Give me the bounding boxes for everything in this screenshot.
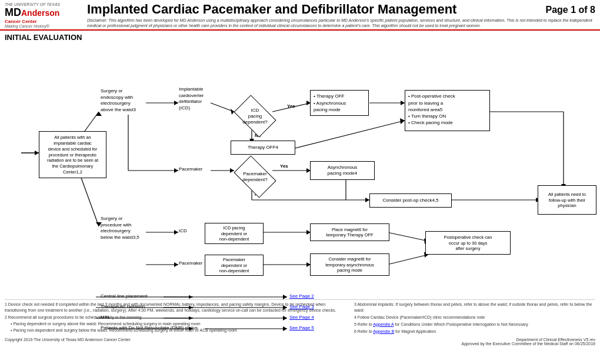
async-pacing-box: Asynchronous pacing mode4: [310, 161, 375, 180]
icd-pacing-dep-box: ICD pacing dependent or non-dependent: [205, 223, 264, 244]
page-number: Page 1 of 8: [546, 5, 595, 15]
svg-marker-57: [35, 151, 39, 155]
svg-marker-63: [189, 316, 193, 320]
consider-magnet-box: Consider magnet6 for temporary asynchron…: [310, 253, 389, 276]
content: INITIAL EVALUATION Yes No: [0, 31, 600, 336]
fn4: 4 Follow Cardiac Device (Pacemaker/ICD) …: [354, 315, 595, 320]
postop-30-box: Postoperative check can occur up to 30 d…: [425, 231, 511, 255]
bottom-rows-lines: [5, 291, 299, 338]
surgery-below-label: Surgery or procedure with electrosurgery…: [101, 216, 159, 241]
fn5: 5 Refer to Appendix A for Conditions Und…: [354, 322, 595, 328]
svg-marker-61: [189, 306, 193, 309]
svg-text:Yes: Yes: [287, 103, 295, 109]
svg-marker-17: [400, 118, 405, 124]
svg-text:Yes: Yes: [280, 163, 288, 169]
fn3: 3 Abdominal implants: If surgery between…: [354, 302, 595, 313]
post-op-box: • Post-operative check prior to leaving …: [405, 90, 490, 131]
logo-md-text: MD: [5, 6, 21, 19]
therapy-off4-box: Therapy OFF4: [231, 141, 295, 155]
svg-line-44: [387, 232, 428, 241]
icd-below-label: ICD: [179, 228, 202, 234]
surgery-above-label: Surgery or endoscopy with electrosurgery…: [101, 88, 159, 113]
fn6: 6 Refer to Appendix B for Magnet Applica…: [354, 329, 595, 335]
pacemaker-q-diamond: Pacemaker dependent?: [233, 161, 277, 193]
svg-marker-39: [174, 262, 178, 267]
copyright: Copyright 2019 The University of Texas M…: [5, 338, 131, 346]
svg-line-46: [387, 255, 428, 265]
flowchart: Yes No Yes No: [5, 44, 595, 297]
svg-marker-5: [174, 101, 178, 105]
header: THE UNIVERSITY OF TEXAS MDAnderson Cance…: [0, 0, 600, 31]
logo-md: MDAnderson: [5, 6, 81, 19]
svg-marker-28: [365, 198, 369, 202]
pacemaker-dep-box: Pacemaker dependent or non-dependent: [205, 255, 264, 276]
svg-marker-20: [174, 168, 178, 173]
main-title: Implanted Cardiac Pacemaker and Defibril…: [87, 2, 456, 16]
logo-anderson-text: Anderson: [21, 8, 59, 18]
svg-marker-37: [174, 230, 178, 235]
svg-marker-59: [189, 295, 193, 299]
all-patients-left-box: All patients with an implantable cardiac…: [39, 131, 106, 178]
section-title: INITIAL EVALUATION: [5, 33, 595, 42]
footnotes-right: 3 Abdominal implants: If surgery between…: [354, 302, 595, 334]
svg-line-16: [293, 121, 405, 149]
icd-pacing-diamond: ICD pacing dependent?: [233, 100, 277, 132]
consider-postop-box: Consider post-op check4,5: [369, 193, 452, 208]
title-area: Implanted Cardiac Pacemaker and Defibril…: [81, 2, 595, 28]
disclaimer: Disclaimer: This algorithm has been deve…: [87, 18, 595, 28]
logo-area: THE UNIVERSITY OF TEXAS MDAnderson Cance…: [5, 2, 81, 28]
pacemaker-label-above: Pacemaker: [179, 166, 220, 172]
svg-marker-65: [189, 327, 193, 330]
icd-label-above: Implantable cardioverter defibrillator (…: [179, 86, 220, 111]
svg-marker-15: [401, 101, 405, 105]
logo-top: THE UNIVERSITY OF TEXAS: [5, 2, 81, 6]
approval: Department of Clinical Effectiveness V5 …: [461, 338, 595, 346]
place-magnet-box: Place magnet6 for temporary Therapy OFF: [310, 223, 389, 241]
therapy-off-bullet-box: • Therapy OFF • Asynchronous pacing mode: [310, 90, 369, 116]
all-patients-right-box: All patients need to follow-up with thei…: [538, 185, 596, 215]
logo-cancer: Cancer Center: [5, 19, 81, 24]
logo-tag: Making Cancer History®: [5, 24, 81, 28]
